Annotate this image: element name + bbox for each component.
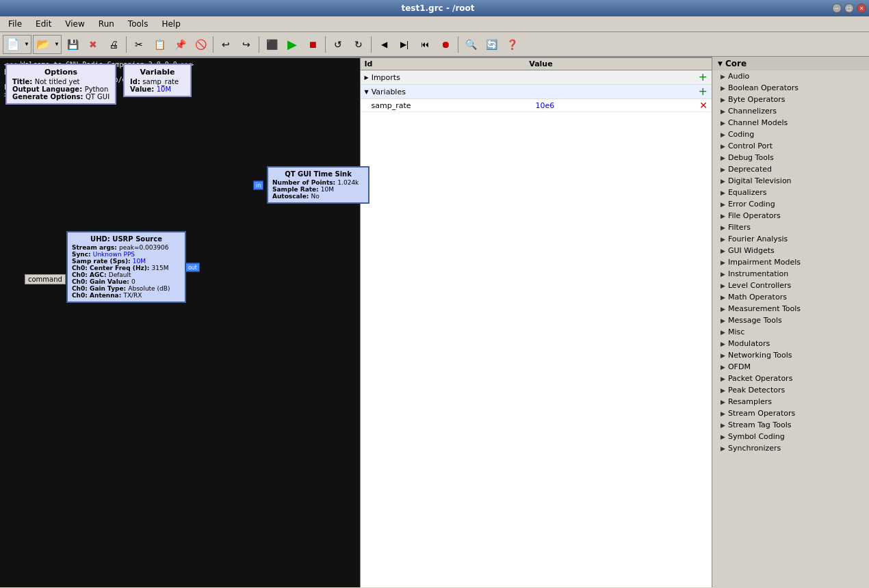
sidebar-item-resamplers[interactable]: ▶ Resamplers: [712, 396, 869, 407]
imports-add-button[interactable]: +: [699, 72, 708, 83]
new-button[interactable]: 📄: [3, 35, 23, 54]
sidebar-audio-label: Audio: [728, 72, 749, 81]
flowgraph-canvas[interactable]: Options Title: Not titled yet Output Lan…: [0, 57, 712, 57]
sidebar-item-stream-tag-tools[interactable]: ▶ Stream Tag Tools: [712, 419, 869, 431]
minimize-button[interactable]: ─: [832, 3, 842, 13]
sidebar-item-impairment-models[interactable]: ▶ Impairment Models: [712, 256, 869, 268]
window-title: test1.grc - /root: [44, 3, 832, 13]
menu-run[interactable]: Run: [93, 18, 120, 30]
sidebar-item-channel-models[interactable]: ▶ Channel Models: [712, 117, 869, 129]
toolbar: 📄 ▼ 📂 ▼ 💾 ✖ 🖨 ✂ 📋 📌 🚫 ↩ ↪ ⬛ ▶ ⏹ ↺ ↻ ◀ ▶|…: [0, 32, 869, 57]
sidebar-item-misc[interactable]: ▶ Misc: [712, 326, 869, 338]
usrp-block[interactable]: out UHD: USRP Source Stream args: peak=0…: [66, 231, 186, 303]
menu-help[interactable]: Help: [156, 18, 185, 30]
refresh-button[interactable]: 🔄: [482, 35, 501, 54]
sidebar-item-fourier-analysis[interactable]: ▶ Fourier Analysis: [712, 233, 869, 245]
stop-button[interactable]: ⏹: [303, 35, 322, 54]
variables-add-button[interactable]: +: [699, 86, 708, 97]
sidebar-item-packet-operators[interactable]: ▶ Packet Operators: [712, 373, 869, 384]
sidebar-item-channelizers[interactable]: ▶ Channelizers: [712, 105, 869, 117]
find-button[interactable]: 🔍: [461, 35, 480, 54]
timesink-title: QT GUI Time Sink: [272, 170, 364, 178]
sidebar-digital-tv-label: Digital Television: [728, 176, 792, 185]
sidebar-item-instrumentation[interactable]: ▶ Instrumentation: [712, 268, 869, 280]
imports-section[interactable]: ▶ Imports +: [361, 70, 712, 85]
measurement-tools-arrow-icon: ▶: [721, 306, 725, 312]
sidebar-item-gui-widgets[interactable]: ▶ GUI Widgets: [712, 245, 869, 256]
sidebar-core-section[interactable]: ▼ Core: [712, 57, 869, 70]
open-dropdown[interactable]: ▼: [53, 35, 61, 54]
rotate-ccw-button[interactable]: ↺: [328, 35, 348, 54]
sidebar-message-tools-label: Message Tools: [728, 316, 782, 325]
col-id-header: Id: [365, 59, 530, 68]
sidebar-item-level-controllers[interactable]: ▶ Level Controllers: [712, 280, 869, 291]
sidebar-item-stream-operators[interactable]: ▶ Stream Operators: [712, 407, 869, 419]
record-button[interactable]: ⏺: [436, 35, 455, 54]
align-left-button[interactable]: ◀: [374, 35, 393, 54]
stop-flow-button[interactable]: ⬛: [262, 35, 281, 54]
paste-button[interactable]: 📌: [170, 35, 190, 54]
sidebar-item-debug-tools[interactable]: ▶ Debug Tools: [712, 152, 869, 163]
sidebar-item-filters[interactable]: ▶ Filters: [712, 222, 869, 233]
timesink-block[interactable]: in QT GUI Time Sink Number of Points: 1.…: [267, 166, 369, 204]
variable-block[interactable]: Variable Id: samp_rate Value: 10M: [123, 64, 192, 97]
variables-section[interactable]: ▼ Variables +: [361, 85, 712, 99]
sidebar-item-message-tools[interactable]: ▶ Message Tools: [712, 315, 869, 326]
close-flow-button[interactable]: ✖: [83, 35, 103, 54]
help-button[interactable]: ❓: [502, 35, 521, 54]
disable-button[interactable]: 🚫: [191, 35, 210, 54]
options-block[interactable]: Options Title: Not titled yet Output Lan…: [5, 64, 116, 105]
sidebar-item-file-operators[interactable]: ▶ File Operators: [712, 210, 869, 222]
sidebar-misc-label: Misc: [728, 328, 744, 336]
sidebar-item-ofdm[interactable]: ▶ OFDM: [712, 361, 869, 373]
main-area: Options Title: Not titled yet Output Lan…: [0, 57, 869, 587]
print-button[interactable]: 🖨: [104, 35, 123, 54]
sidebar-item-networking-tools[interactable]: ▶ Networking Tools: [712, 349, 869, 361]
open-button[interactable]: 📂: [34, 35, 53, 54]
sidebar-item-synchronizers[interactable]: ▶ Synchronizers: [712, 442, 869, 454]
usrp-prop-samp: Samp rate (Sps): 10M: [72, 258, 181, 265]
sidebar-item-byte-operators[interactable]: ▶ Byte Operators: [712, 94, 869, 105]
sidebar-item-digital-television[interactable]: ▶ Digital Television: [712, 175, 869, 187]
sidebar-item-error-coding[interactable]: ▶ Error Coding: [712, 198, 869, 210]
sidebar-item-equalizers[interactable]: ▶ Equalizers: [712, 187, 869, 198]
sidebar-channel-models-label: Channel Models: [728, 118, 788, 127]
message-tools-arrow-icon: ▶: [721, 317, 725, 324]
sidebar-item-boolean-operators[interactable]: ▶ Boolean Operators: [712, 82, 869, 94]
menu-view[interactable]: View: [60, 18, 90, 30]
skip-back-button[interactable]: ⏮: [415, 35, 434, 54]
undo-button[interactable]: ↩: [216, 35, 235, 54]
save-button[interactable]: 💾: [63, 35, 82, 54]
menu-edit[interactable]: Edit: [30, 18, 57, 30]
sidebar-item-control-port[interactable]: ▶ Control Port: [712, 140, 869, 152]
sidebar-item-modulators[interactable]: ▶ Modulators: [712, 338, 869, 349]
col-value-header: Value: [529, 59, 694, 68]
sidebar-channelizers-label: Channelizers: [728, 107, 777, 116]
sidebar-item-measurement-tools[interactable]: ▶ Measurement Tools: [712, 303, 869, 315]
sidebar-item-audio[interactable]: ▶ Audio: [712, 70, 869, 82]
synchronizers-arrow-icon: ▶: [721, 445, 725, 452]
cut-button[interactable]: ✂: [129, 35, 148, 54]
var-delete-button[interactable]: ✕: [699, 101, 708, 110]
menu-tools[interactable]: Tools: [122, 18, 154, 30]
sep6: [458, 36, 458, 53]
copy-button[interactable]: 📋: [150, 35, 169, 54]
sidebar-item-peak-detectors[interactable]: ▶ Peak Detectors: [712, 384, 869, 396]
close-button[interactable]: ✕: [857, 3, 866, 13]
var-row-samp-rate[interactable]: samp_rate 10e6 ✕: [361, 99, 712, 112]
sep5: [371, 36, 372, 53]
sidebar-item-coding[interactable]: ▶ Coding: [712, 129, 869, 140]
sidebar-item-deprecated[interactable]: ▶ Deprecated: [712, 163, 869, 175]
new-dropdown[interactable]: ▼: [23, 35, 31, 54]
maximize-button[interactable]: □: [844, 3, 854, 13]
menu-file[interactable]: File: [3, 18, 27, 30]
align-right-button[interactable]: ▶|: [395, 35, 414, 54]
window-controls[interactable]: ─ □ ✕: [832, 3, 866, 13]
rotate-cw-button[interactable]: ↻: [349, 35, 368, 54]
run-button[interactable]: ▶: [283, 35, 302, 54]
file-operators-arrow-icon: ▶: [721, 213, 725, 219]
sidebar-item-math-operators[interactable]: ▶ Math Operators: [712, 291, 869, 303]
redo-button[interactable]: ↪: [237, 35, 256, 54]
variable-block-title: Variable: [130, 68, 185, 77]
sidebar-item-symbol-coding[interactable]: ▶ Symbol Coding: [712, 431, 869, 442]
